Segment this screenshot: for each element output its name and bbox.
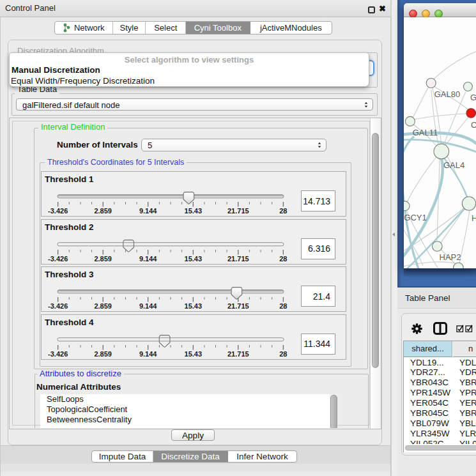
svg-text:9.144: 9.144 — [139, 349, 157, 357]
svg-text:-3.426: -3.426 — [48, 349, 68, 357]
svg-text:21.715: 21.715 — [227, 302, 249, 310]
svg-text:GAL11: GAL11 — [413, 127, 438, 137]
svg-text:9.144: 9.144 — [139, 254, 157, 262]
svg-text:15.43: 15.43 — [185, 207, 203, 215]
svg-text:-3.426: -3.426 — [48, 254, 68, 262]
svg-text:2.859: 2.859 — [94, 254, 112, 262]
svg-text:GA: GA — [470, 92, 476, 102]
svg-text:15.43: 15.43 — [185, 349, 203, 357]
svg-text:GAL80: GAL80 — [434, 89, 460, 98]
svg-text:15.43: 15.43 — [185, 302, 203, 310]
svg-text:2.859: 2.859 — [94, 302, 112, 310]
svg-text:9.144: 9.144 — [139, 207, 157, 215]
svg-text:2.859: 2.859 — [94, 349, 112, 357]
svg-text:28: 28 — [279, 349, 287, 357]
svg-text:GCY1: GCY1 — [404, 212, 426, 222]
svg-text:HAP2: HAP2 — [440, 252, 461, 261]
svg-text:28: 28 — [279, 207, 287, 215]
svg-text:-3.426: -3.426 — [48, 302, 68, 310]
svg-text:C: C — [471, 119, 476, 129]
svg-text:2.859: 2.859 — [94, 207, 112, 215]
svg-text:15.43: 15.43 — [185, 254, 203, 262]
svg-text:21.715: 21.715 — [227, 254, 249, 262]
svg-text:H: H — [472, 213, 476, 222]
svg-text:21.715: 21.715 — [227, 349, 249, 357]
svg-text:-3.426: -3.426 — [48, 207, 68, 215]
svg-text:21.715: 21.715 — [227, 207, 249, 215]
svg-text:28: 28 — [279, 302, 287, 310]
svg-text:9.144: 9.144 — [139, 302, 157, 310]
svg-text:GAL4: GAL4 — [443, 160, 464, 169]
svg-text:28: 28 — [279, 254, 287, 262]
